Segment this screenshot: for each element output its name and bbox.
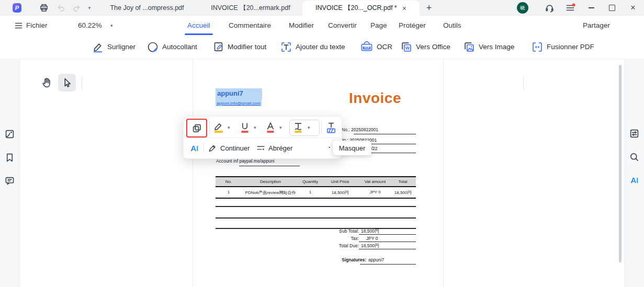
properties-panel-button[interactable] xyxy=(629,129,640,139)
hand-tool-button[interactable] xyxy=(41,77,53,89)
undo-button[interactable] xyxy=(55,3,66,13)
signatures-value: appuni7 xyxy=(368,257,384,262)
signatures-label: Signatures: xyxy=(296,257,366,262)
divider xyxy=(321,121,322,134)
tab-label: The Joy of ...ompress.pdf xyxy=(110,4,184,12)
support-button[interactable] xyxy=(544,3,555,13)
tool-label: Ajouter du texte xyxy=(296,43,345,51)
total-due-label: Total Due: xyxy=(296,243,359,248)
shorten-button[interactable]: Abréger xyxy=(256,141,292,155)
merge-pdf-icon xyxy=(532,41,543,53)
redo-icon xyxy=(72,4,81,13)
divider xyxy=(209,121,210,134)
minimize-button[interactable] xyxy=(585,2,597,14)
table-cell: JPY 0 xyxy=(369,190,380,194)
tab-commentaire[interactable]: Commentaire xyxy=(229,16,271,35)
table-header-cell: Unit Price xyxy=(331,179,349,184)
tab-page[interactable]: Page xyxy=(370,16,387,35)
sticker-icon xyxy=(147,41,159,53)
svg-text:OCR: OCR xyxy=(364,47,370,49)
hide-button[interactable]: Masquer xyxy=(333,141,371,155)
text-highlight-tool-button[interactable]: ▾ xyxy=(292,121,310,134)
signature-underline xyxy=(360,264,416,265)
comments-panel-button[interactable] xyxy=(5,176,15,186)
tab-proteger[interactable]: Protéger xyxy=(399,16,426,35)
tool-autocollant[interactable]: Autocollant xyxy=(147,36,197,58)
tool-ocr[interactable]: OCR OCR xyxy=(360,36,392,58)
table-cell: 1 xyxy=(228,190,230,194)
redo-button[interactable] xyxy=(71,3,82,13)
app-logo-icon[interactable]: P xyxy=(13,3,21,13)
tool-vers-image[interactable]: Vers Image xyxy=(464,36,514,58)
page-left-edge xyxy=(193,59,193,287)
bookmarks-panel-button[interactable] xyxy=(5,153,15,163)
search-panel-button[interactable] xyxy=(629,152,640,163)
tab-label: INVOICE 【20...ermark.pdf xyxy=(211,4,290,13)
ai-panel-button[interactable]: AI xyxy=(628,175,641,185)
zoom-level-value[interactable]: 60.22% xyxy=(78,16,102,35)
tool-fusionner-pdf[interactable]: Fusionner PDF xyxy=(532,36,594,58)
right-panel-rail: AI xyxy=(625,59,644,287)
underline-tool-button[interactable]: ▾ xyxy=(239,121,256,134)
tab-modifier[interactable]: Modifier xyxy=(289,16,314,35)
tool-surligner[interactable]: Surligner xyxy=(92,36,135,58)
chevron-down-icon[interactable]: ▾ xyxy=(228,125,230,130)
account-underline xyxy=(239,166,300,166)
table-cell: 18,500円 xyxy=(394,190,411,196)
new-tab-button[interactable]: + xyxy=(423,2,435,14)
tool-vers-office[interactable]: W Vers Office xyxy=(401,36,450,58)
tab-outils[interactable]: Outils xyxy=(443,16,461,35)
maximize-button[interactable] xyxy=(606,2,618,14)
company-email-link[interactable]: appuni.info@gmail.com xyxy=(217,101,261,106)
menubar: Fichier 60.22% ▾ Accueil Commentaire Mod… xyxy=(0,16,644,36)
main-menu-button[interactable] xyxy=(565,3,575,13)
company-name: appuni7 xyxy=(217,89,243,97)
user-avatar[interactable]: 晓 xyxy=(517,2,528,14)
ai-button[interactable]: AI xyxy=(188,142,201,154)
tool-modifier-tout[interactable]: Modifier tout xyxy=(213,36,266,58)
tool-ajouter-texte[interactable]: Ajouter du texte xyxy=(280,36,345,58)
select-tool-button-active[interactable] xyxy=(58,74,76,91)
minimize-icon xyxy=(589,7,594,8)
add-text-icon xyxy=(280,41,292,53)
tab-document-2[interactable]: INVOICE 【20...ermark.pdf xyxy=(202,0,299,16)
strikethrough-tool-button[interactable]: ▾ xyxy=(265,121,282,134)
chevron-down-icon[interactable]: ▾ xyxy=(254,125,256,130)
chevron-down-icon[interactable]: ▾ xyxy=(279,125,282,130)
close-tab-icon[interactable]: × xyxy=(402,5,406,12)
tab-document-1[interactable]: The Joy of ...ompress.pdf xyxy=(98,0,196,16)
svg-text:W: W xyxy=(405,45,410,51)
vertical-scrollbar[interactable] xyxy=(619,65,622,262)
area-highlight-icon xyxy=(325,121,337,134)
tab-document-3-active[interactable]: INVOICE 【20..._OCR.pdf * × xyxy=(302,1,420,16)
print-button[interactable] xyxy=(39,3,49,13)
highlight-tool-button[interactable]: ▾ xyxy=(213,121,230,134)
tab-accueil[interactable]: Accueil xyxy=(187,16,210,35)
tool-label: Vers Office xyxy=(416,43,450,51)
account-info-line: Account inf paypal.me/appuni xyxy=(216,158,275,164)
textbox-tool-button[interactable] xyxy=(325,121,337,134)
chevron-down-icon[interactable]: ▾ xyxy=(308,125,310,130)
table-header-cell: Description xyxy=(260,179,281,184)
more-options-button[interactable]: · xyxy=(326,143,333,152)
titlebar: P ▾ The Joy of ...ompress.pdf xyxy=(0,0,644,16)
copy-icon[interactable] xyxy=(192,123,202,133)
file-menu[interactable]: Fichier xyxy=(26,16,48,35)
tab-convertir[interactable]: Convertir xyxy=(328,16,357,35)
thumbnails-panel-button[interactable] xyxy=(5,129,15,140)
continue-writing-button[interactable]: Continuer xyxy=(208,141,250,155)
share-button[interactable]: Partager xyxy=(583,16,610,35)
pen-nib-icon xyxy=(208,143,217,153)
hamburger-menu-icon xyxy=(565,3,575,13)
history-dropdown-caret[interactable]: ▾ xyxy=(86,3,93,13)
maximize-icon xyxy=(609,5,615,11)
tool-label: OCR xyxy=(377,43,392,51)
rule-line xyxy=(216,206,416,207)
text-highlight-icon xyxy=(292,121,304,134)
table-header-cell: No. xyxy=(225,179,232,184)
divider xyxy=(204,143,204,153)
close-window-button[interactable]: × xyxy=(627,2,639,14)
table-header-cell: Quantity xyxy=(302,179,318,184)
to-office-icon: W xyxy=(401,41,412,53)
zoom-dropdown-caret[interactable]: ▾ xyxy=(110,16,113,35)
